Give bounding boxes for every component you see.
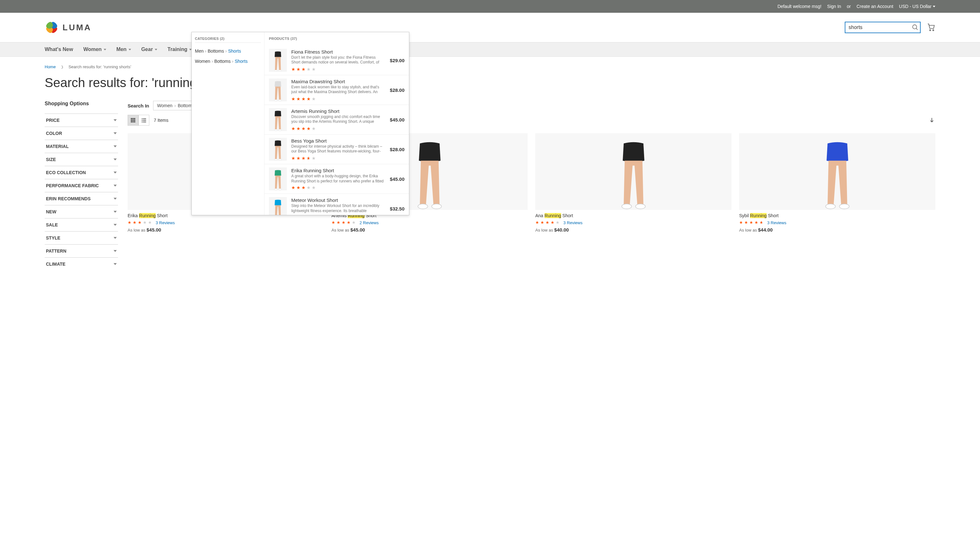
star-icon: ★ xyxy=(291,67,296,72)
suggest-product-price: $28.00 xyxy=(390,147,404,152)
filter-climate[interactable]: CLIMATE xyxy=(45,257,118,270)
filter-erin-recommends[interactable]: ERIN RECOMMENDS xyxy=(45,192,118,205)
star-icon: ★ xyxy=(133,220,138,225)
sidebar: Shopping Options PRICECOLORMATERIALSIZEE… xyxy=(45,101,118,270)
svg-point-3 xyxy=(933,30,934,31)
product-card[interactable]: Ana Running Short ★★★★★ 3 Reviews As low… xyxy=(535,133,732,232)
reviews-link[interactable]: 2 Reviews xyxy=(360,221,379,225)
view-toggle xyxy=(127,115,149,125)
suggest-product-name: Erika Running Short xyxy=(291,168,385,173)
search-input[interactable] xyxy=(845,22,921,33)
list-icon xyxy=(141,118,146,123)
filter-color[interactable]: COLOR xyxy=(45,127,118,140)
filter-price[interactable]: PRICE xyxy=(45,114,118,127)
suggest-product[interactable]: Maxima Drawstring Short Even laid-back w… xyxy=(264,75,409,105)
suggest-product-name: Artemis Running Short xyxy=(291,108,385,114)
svg-rect-12 xyxy=(134,121,135,122)
list-view-button[interactable] xyxy=(138,115,149,125)
svg-point-2 xyxy=(930,30,931,31)
svg-rect-10 xyxy=(131,121,132,122)
suggest-product-rating: ★★★★★ xyxy=(291,126,385,131)
breadcrumbs: Home ❯ Search results for: 'running shor… xyxy=(45,64,935,69)
nav-item-what-s-new[interactable]: What's New xyxy=(45,46,73,52)
product-name: Ana Running Short xyxy=(535,213,732,218)
suggest-product-price: $32.50 xyxy=(390,206,404,211)
nav-item-training[interactable]: Training xyxy=(167,46,192,52)
filter-material[interactable]: MATERIAL xyxy=(45,140,118,153)
filter-sale[interactable]: SALE xyxy=(45,218,118,231)
suggest-product-desc: Step into the Meteor Workout Short for a… xyxy=(291,203,385,213)
star-icon: ★ xyxy=(307,67,312,72)
sort-direction-icon[interactable] xyxy=(928,117,935,124)
svg-point-21 xyxy=(418,204,428,209)
nav-label: Training xyxy=(167,46,187,52)
sidebar-title: Shopping Options xyxy=(45,101,118,108)
star-icon: ★ xyxy=(312,156,317,161)
suggest-product[interactable]: Erika Running Short A great short with a… xyxy=(264,164,409,194)
star-icon: ★ xyxy=(301,67,307,72)
suggest-product-image xyxy=(269,108,287,131)
svg-rect-7 xyxy=(131,120,132,121)
reviews-link[interactable]: 3 Reviews xyxy=(767,221,786,225)
svg-point-28 xyxy=(278,70,282,71)
svg-point-33 xyxy=(274,159,277,160)
suggest-product-desc: Discover smooth jogging and chic comfort… xyxy=(291,114,385,125)
chevron-down-icon xyxy=(114,263,117,265)
search-button[interactable] xyxy=(912,24,919,31)
nav-label: Gear xyxy=(141,46,153,52)
chevron-down-icon xyxy=(129,49,131,51)
reviews-link[interactable]: 3 Reviews xyxy=(563,221,582,225)
grid-view-button[interactable] xyxy=(127,115,138,125)
suggest-product[interactable]: Fiona Fitness Short Don't let the plain … xyxy=(264,46,409,75)
star-icon: ★ xyxy=(301,156,307,161)
breadcrumb-home[interactable]: Home xyxy=(45,64,56,69)
svg-point-24 xyxy=(635,204,645,209)
nav-item-women[interactable]: Women xyxy=(83,46,106,52)
filter-label: STYLE xyxy=(46,235,60,240)
logo-text: LUMA xyxy=(62,23,92,33)
currency-switcher[interactable]: USD - US Dollar xyxy=(899,4,935,9)
nav-item-gear[interactable]: Gear xyxy=(141,46,157,52)
reviews-link[interactable]: 3 Reviews xyxy=(156,221,175,225)
svg-rect-4 xyxy=(131,118,132,119)
filter-style[interactable]: STYLE xyxy=(45,231,118,244)
create-account-link[interactable]: Create an Account xyxy=(856,4,893,9)
svg-point-34 xyxy=(278,159,282,160)
filter-performance-fabric[interactable]: PERFORMANCE FABRIC xyxy=(45,179,118,192)
suggest-product-price: $45.00 xyxy=(390,117,404,122)
chevron-down-icon xyxy=(114,198,117,200)
product-price: As low as $40.00 xyxy=(535,227,732,232)
suggest-product-desc: Don't let the plain style fool you: the … xyxy=(291,55,385,65)
product-image xyxy=(739,133,935,210)
star-icon: ★ xyxy=(337,220,342,225)
filter-pattern[interactable]: PATTERN xyxy=(45,244,118,257)
suggest-product[interactable]: Artemis Running Short Discover smooth jo… xyxy=(264,105,409,135)
suggest-product-rating: ★★★★★ xyxy=(291,156,385,161)
nav-item-men[interactable]: Men xyxy=(116,46,131,52)
star-icon: ★ xyxy=(754,220,760,225)
cart-icon[interactable] xyxy=(927,23,935,32)
suggest-category[interactable]: Men›Bottoms›Shorts xyxy=(195,46,261,56)
product-card[interactable]: Sybil Running Short ★★★★★ 3 Reviews As l… xyxy=(739,133,935,232)
filter-size[interactable]: SIZE xyxy=(45,153,118,166)
svg-rect-11 xyxy=(132,121,134,122)
chevron-down-icon xyxy=(114,250,117,252)
suggest-product[interactable]: Bess Yoga Short Designed for intense phy… xyxy=(264,135,409,164)
svg-point-30 xyxy=(278,100,282,101)
star-icon: ★ xyxy=(296,185,301,190)
svg-point-27 xyxy=(274,70,277,71)
filter-label: NEW xyxy=(46,209,56,214)
or-text: or xyxy=(846,4,851,9)
logo[interactable]: LUMA xyxy=(45,21,92,35)
filter-eco-collection[interactable]: ECO COLLECTION xyxy=(45,166,118,179)
svg-point-29 xyxy=(274,100,277,101)
sign-in-link[interactable]: Sign In xyxy=(827,4,841,9)
suggest-product-desc: Even laid-back women like to stay stylis… xyxy=(291,85,385,95)
suggest-category[interactable]: Women›Bottoms›Shorts xyxy=(195,56,261,66)
star-icon: ★ xyxy=(352,220,357,225)
filter-new[interactable]: NEW xyxy=(45,205,118,218)
svg-point-32 xyxy=(278,129,282,131)
item-count: 7 Items xyxy=(154,118,169,123)
svg-point-22 xyxy=(432,204,442,209)
suggest-product[interactable]: Meteor Workout Short Step into the Meteo… xyxy=(264,194,409,215)
